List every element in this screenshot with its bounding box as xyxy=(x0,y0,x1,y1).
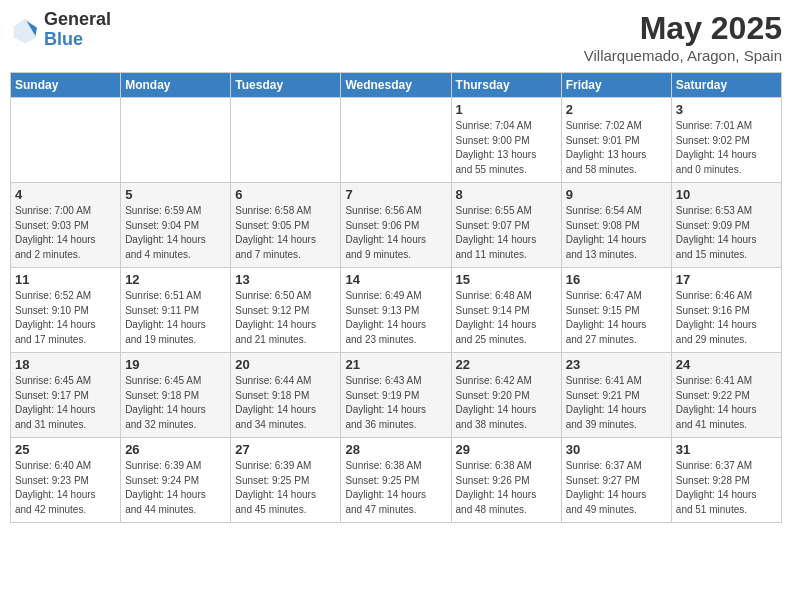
day-header-tuesday: Tuesday xyxy=(231,73,341,98)
day-info: Sunrise: 6:50 AM Sunset: 9:12 PM Dayligh… xyxy=(235,289,336,347)
day-cell: 23Sunrise: 6:41 AM Sunset: 9:21 PM Dayli… xyxy=(561,353,671,438)
day-cell: 7Sunrise: 6:56 AM Sunset: 9:06 PM Daylig… xyxy=(341,183,451,268)
day-number: 16 xyxy=(566,272,667,287)
location: Villarquemado, Aragon, Spain xyxy=(584,47,782,64)
day-number: 4 xyxy=(15,187,116,202)
logo: General Blue xyxy=(10,10,111,50)
day-number: 26 xyxy=(125,442,226,457)
day-number: 13 xyxy=(235,272,336,287)
day-cell: 4Sunrise: 7:00 AM Sunset: 9:03 PM Daylig… xyxy=(11,183,121,268)
day-info: Sunrise: 6:53 AM Sunset: 9:09 PM Dayligh… xyxy=(676,204,777,262)
day-number: 14 xyxy=(345,272,446,287)
day-cell: 18Sunrise: 6:45 AM Sunset: 9:17 PM Dayli… xyxy=(11,353,121,438)
day-info: Sunrise: 6:42 AM Sunset: 9:20 PM Dayligh… xyxy=(456,374,557,432)
day-info: Sunrise: 6:56 AM Sunset: 9:06 PM Dayligh… xyxy=(345,204,446,262)
day-number: 28 xyxy=(345,442,446,457)
day-cell: 21Sunrise: 6:43 AM Sunset: 9:19 PM Dayli… xyxy=(341,353,451,438)
day-info: Sunrise: 6:38 AM Sunset: 9:26 PM Dayligh… xyxy=(456,459,557,517)
day-info: Sunrise: 7:02 AM Sunset: 9:01 PM Dayligh… xyxy=(566,119,667,177)
month-year: May 2025 xyxy=(584,10,782,47)
day-number: 22 xyxy=(456,357,557,372)
day-cell: 30Sunrise: 6:37 AM Sunset: 9:27 PM Dayli… xyxy=(561,438,671,523)
week-row-2: 4Sunrise: 7:00 AM Sunset: 9:03 PM Daylig… xyxy=(11,183,782,268)
day-number: 12 xyxy=(125,272,226,287)
day-cell: 6Sunrise: 6:58 AM Sunset: 9:05 PM Daylig… xyxy=(231,183,341,268)
day-number: 31 xyxy=(676,442,777,457)
day-number: 24 xyxy=(676,357,777,372)
week-row-3: 11Sunrise: 6:52 AM Sunset: 9:10 PM Dayli… xyxy=(11,268,782,353)
day-cell xyxy=(11,98,121,183)
day-cell: 1Sunrise: 7:04 AM Sunset: 9:00 PM Daylig… xyxy=(451,98,561,183)
day-number: 18 xyxy=(15,357,116,372)
logo-icon xyxy=(10,15,40,45)
day-cell: 26Sunrise: 6:39 AM Sunset: 9:24 PM Dayli… xyxy=(121,438,231,523)
day-cell: 5Sunrise: 6:59 AM Sunset: 9:04 PM Daylig… xyxy=(121,183,231,268)
day-info: Sunrise: 6:37 AM Sunset: 9:27 PM Dayligh… xyxy=(566,459,667,517)
day-info: Sunrise: 6:58 AM Sunset: 9:05 PM Dayligh… xyxy=(235,204,336,262)
day-cell: 19Sunrise: 6:45 AM Sunset: 9:18 PM Dayli… xyxy=(121,353,231,438)
day-cell: 20Sunrise: 6:44 AM Sunset: 9:18 PM Dayli… xyxy=(231,353,341,438)
day-number: 10 xyxy=(676,187,777,202)
day-header-wednesday: Wednesday xyxy=(341,73,451,98)
day-info: Sunrise: 6:39 AM Sunset: 9:24 PM Dayligh… xyxy=(125,459,226,517)
header-row: SundayMondayTuesdayWednesdayThursdayFrid… xyxy=(11,73,782,98)
day-cell: 24Sunrise: 6:41 AM Sunset: 9:22 PM Dayli… xyxy=(671,353,781,438)
day-header-monday: Monday xyxy=(121,73,231,98)
day-cell: 15Sunrise: 6:48 AM Sunset: 9:14 PM Dayli… xyxy=(451,268,561,353)
day-number: 9 xyxy=(566,187,667,202)
day-number: 29 xyxy=(456,442,557,457)
day-number: 21 xyxy=(345,357,446,372)
week-row-1: 1Sunrise: 7:04 AM Sunset: 9:00 PM Daylig… xyxy=(11,98,782,183)
day-info: Sunrise: 6:39 AM Sunset: 9:25 PM Dayligh… xyxy=(235,459,336,517)
day-number: 6 xyxy=(235,187,336,202)
day-number: 20 xyxy=(235,357,336,372)
day-number: 23 xyxy=(566,357,667,372)
day-cell: 16Sunrise: 6:47 AM Sunset: 9:15 PM Dayli… xyxy=(561,268,671,353)
logo-general: General xyxy=(44,10,111,30)
day-cell xyxy=(121,98,231,183)
day-number: 27 xyxy=(235,442,336,457)
calendar-table: SundayMondayTuesdayWednesdayThursdayFrid… xyxy=(10,72,782,523)
day-info: Sunrise: 6:40 AM Sunset: 9:23 PM Dayligh… xyxy=(15,459,116,517)
day-info: Sunrise: 6:54 AM Sunset: 9:08 PM Dayligh… xyxy=(566,204,667,262)
day-header-saturday: Saturday xyxy=(671,73,781,98)
day-cell: 25Sunrise: 6:40 AM Sunset: 9:23 PM Dayli… xyxy=(11,438,121,523)
day-number: 5 xyxy=(125,187,226,202)
day-info: Sunrise: 6:49 AM Sunset: 9:13 PM Dayligh… xyxy=(345,289,446,347)
day-info: Sunrise: 6:46 AM Sunset: 9:16 PM Dayligh… xyxy=(676,289,777,347)
day-info: Sunrise: 7:04 AM Sunset: 9:00 PM Dayligh… xyxy=(456,119,557,177)
title-block: May 2025 Villarquemado, Aragon, Spain xyxy=(584,10,782,64)
day-number: 15 xyxy=(456,272,557,287)
week-row-5: 25Sunrise: 6:40 AM Sunset: 9:23 PM Dayli… xyxy=(11,438,782,523)
day-cell: 11Sunrise: 6:52 AM Sunset: 9:10 PM Dayli… xyxy=(11,268,121,353)
day-info: Sunrise: 7:00 AM Sunset: 9:03 PM Dayligh… xyxy=(15,204,116,262)
day-cell: 22Sunrise: 6:42 AM Sunset: 9:20 PM Dayli… xyxy=(451,353,561,438)
day-number: 2 xyxy=(566,102,667,117)
day-info: Sunrise: 6:41 AM Sunset: 9:21 PM Dayligh… xyxy=(566,374,667,432)
day-cell: 2Sunrise: 7:02 AM Sunset: 9:01 PM Daylig… xyxy=(561,98,671,183)
day-cell: 13Sunrise: 6:50 AM Sunset: 9:12 PM Dayli… xyxy=(231,268,341,353)
day-cell: 3Sunrise: 7:01 AM Sunset: 9:02 PM Daylig… xyxy=(671,98,781,183)
day-info: Sunrise: 6:43 AM Sunset: 9:19 PM Dayligh… xyxy=(345,374,446,432)
week-row-4: 18Sunrise: 6:45 AM Sunset: 9:17 PM Dayli… xyxy=(11,353,782,438)
day-number: 7 xyxy=(345,187,446,202)
logo-blue: Blue xyxy=(44,30,111,50)
day-info: Sunrise: 6:37 AM Sunset: 9:28 PM Dayligh… xyxy=(676,459,777,517)
day-number: 8 xyxy=(456,187,557,202)
day-cell: 12Sunrise: 6:51 AM Sunset: 9:11 PM Dayli… xyxy=(121,268,231,353)
day-number: 30 xyxy=(566,442,667,457)
day-cell: 17Sunrise: 6:46 AM Sunset: 9:16 PM Dayli… xyxy=(671,268,781,353)
day-header-thursday: Thursday xyxy=(451,73,561,98)
day-number: 25 xyxy=(15,442,116,457)
day-info: Sunrise: 6:55 AM Sunset: 9:07 PM Dayligh… xyxy=(456,204,557,262)
day-info: Sunrise: 6:45 AM Sunset: 9:18 PM Dayligh… xyxy=(125,374,226,432)
day-cell: 31Sunrise: 6:37 AM Sunset: 9:28 PM Dayli… xyxy=(671,438,781,523)
day-cell: 9Sunrise: 6:54 AM Sunset: 9:08 PM Daylig… xyxy=(561,183,671,268)
day-number: 3 xyxy=(676,102,777,117)
day-info: Sunrise: 6:38 AM Sunset: 9:25 PM Dayligh… xyxy=(345,459,446,517)
day-info: Sunrise: 6:48 AM Sunset: 9:14 PM Dayligh… xyxy=(456,289,557,347)
day-info: Sunrise: 6:47 AM Sunset: 9:15 PM Dayligh… xyxy=(566,289,667,347)
day-cell: 29Sunrise: 6:38 AM Sunset: 9:26 PM Dayli… xyxy=(451,438,561,523)
day-info: Sunrise: 6:52 AM Sunset: 9:10 PM Dayligh… xyxy=(15,289,116,347)
day-cell: 14Sunrise: 6:49 AM Sunset: 9:13 PM Dayli… xyxy=(341,268,451,353)
